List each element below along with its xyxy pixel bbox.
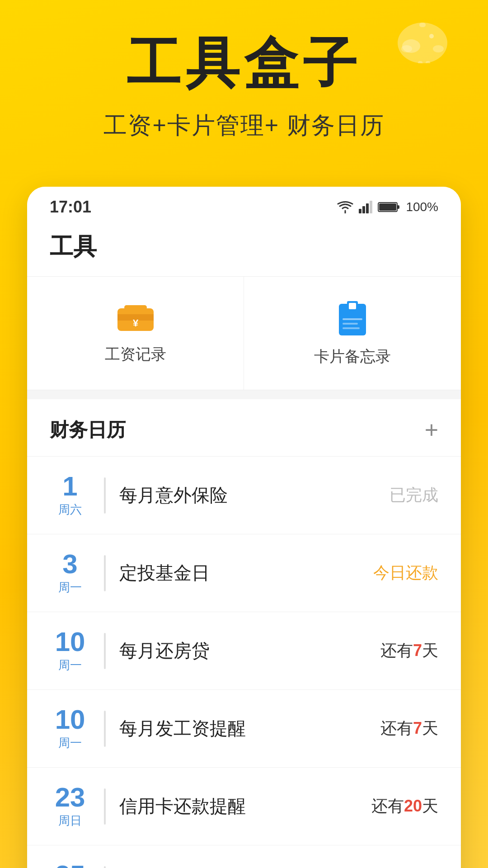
date-divider-4 [104, 711, 106, 747]
svg-rect-14 [379, 203, 396, 211]
calendar-header: 财务日历 + [27, 399, 461, 457]
date-num-4: 10 [55, 706, 85, 733]
svg-rect-11 [370, 201, 372, 213]
item-status-4: 还有7天 [380, 717, 438, 740]
status-icons: 100% [337, 200, 438, 214]
calendar-item-1[interactable]: 1 周六 每月意外保险 已完成 [27, 457, 461, 534]
card-memo-icon [334, 299, 371, 335]
calendar-date-2: 3 周一 [50, 551, 90, 595]
svg-rect-13 [397, 205, 399, 209]
calendar-date-6: 25 周二 [50, 862, 90, 868]
item-name-4: 每月发工资提醒 [119, 716, 380, 741]
main-title: 工具盒子 [36, 27, 452, 101]
calendar-date-5: 23 周日 [50, 784, 90, 829]
piggy-icon [393, 14, 452, 63]
status-time: 17:01 [50, 198, 91, 217]
card-memo-label: 卡片备忘录 [314, 346, 391, 367]
item-name-3: 每月还房贷 [119, 638, 380, 663]
date-num-3: 10 [55, 628, 85, 656]
status-bar: 17:01 100% [27, 187, 461, 222]
date-week-1: 周六 [58, 502, 82, 518]
date-num-1: 1 [62, 473, 77, 500]
svg-rect-23 [343, 327, 360, 329]
date-num-2: 3 [62, 551, 77, 578]
date-week-5: 周日 [58, 813, 82, 829]
battery-icon [378, 201, 400, 213]
salary-record-icon: ¥ [115, 302, 156, 333]
item-name-5: 信用卡还款提醒 [119, 794, 371, 819]
date-divider-1 [104, 477, 106, 514]
card-memo-item[interactable]: 卡片备忘录 [244, 277, 461, 390]
svg-point-4 [433, 45, 444, 52]
date-week-4: 周一 [58, 735, 82, 751]
svg-text:¥: ¥ [132, 317, 138, 329]
page-header: 工具 [27, 222, 461, 277]
add-calendar-button[interactable]: + [425, 418, 438, 442]
svg-rect-10 [366, 203, 369, 213]
item-status-2: 今日还款 [373, 562, 438, 584]
item-status-5: 还有20天 [371, 795, 438, 817]
salary-record-label: 工资记录 [105, 344, 166, 365]
calendar-item-5[interactable]: 23 周日 信用卡还款提醒 还有20天 [27, 768, 461, 845]
svg-point-2 [429, 34, 434, 38]
signal-icon [359, 201, 372, 213]
phone-card: 17:01 100% [27, 187, 461, 868]
date-num-5: 23 [55, 784, 85, 811]
date-divider-3 [104, 633, 106, 669]
date-week-3: 周一 [58, 657, 82, 673]
date-divider-2 [104, 555, 106, 591]
svg-point-5 [401, 45, 412, 52]
svg-rect-8 [359, 209, 361, 213]
wifi-icon [337, 201, 353, 213]
svg-rect-22 [343, 323, 358, 325]
salary-tool-item[interactable]: ¥ 工资记录 [27, 277, 244, 390]
calendar-date-4: 10 周一 [50, 706, 90, 751]
date-divider-5 [104, 788, 106, 825]
sub-title: 工资+卡片管理+ 财务日历 [36, 110, 452, 142]
calendar-section: 财务日历 + 1 周六 每月意外保险 已完成 3 周一 定投基金日 今日还款 [27, 399, 461, 868]
calendar-date-1: 1 周六 [50, 473, 90, 518]
item-name-2: 定投基金日 [119, 561, 373, 585]
svg-rect-24 [349, 303, 356, 309]
page-title: 工具 [50, 231, 438, 263]
date-week-2: 周一 [58, 580, 82, 595]
item-status-3: 还有7天 [380, 640, 438, 662]
calendar-title: 财务日历 [50, 417, 126, 443]
calendar-item-4[interactable]: 10 周一 每月发工资提醒 还有7天 [27, 690, 461, 768]
date-divider-6 [104, 866, 106, 868]
battery-text: 100% [406, 200, 438, 214]
calendar-item-3[interactable]: 10 周一 每月还房贷 还有7天 [27, 612, 461, 690]
calendar-item-2[interactable]: 3 周一 定投基金日 今日还款 [27, 534, 461, 612]
item-name-1: 每月意外保险 [119, 483, 389, 508]
calendar-date-3: 10 周一 [50, 628, 90, 673]
calendar-item-6[interactable]: 25 周二 水电费提醒 [27, 845, 461, 868]
card-icon-wrap [334, 299, 371, 337]
salary-icon-wrap: ¥ [115, 302, 156, 335]
item-status-1: 已完成 [389, 484, 438, 506]
svg-rect-3 [419, 23, 426, 27]
tool-grid: ¥ 工资记录 卡片备忘录 [27, 277, 461, 390]
svg-rect-9 [362, 206, 365, 213]
date-num-6: 25 [55, 862, 85, 868]
header-area: 工具盒子 工资+卡片管理+ 财务日历 [0, 0, 488, 160]
svg-rect-17 [124, 305, 147, 310]
svg-rect-21 [343, 318, 362, 320]
